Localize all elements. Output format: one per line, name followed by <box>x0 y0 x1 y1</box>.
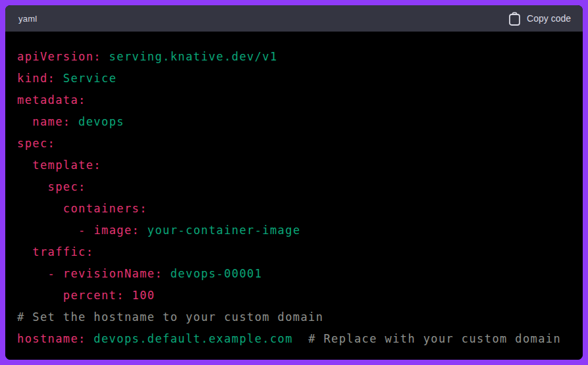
code-block-frame: yaml Copy code apiVersion: serving.knati… <box>0 0 588 365</box>
copy-code-button[interactable]: Copy code <box>508 12 571 26</box>
code-line: apiVersion: serving.knative.dev/v1 <box>17 46 571 68</box>
code-block-header: yaml Copy code <box>5 5 583 32</box>
code-area: apiVersion: serving.knative.dev/v1kind: … <box>5 32 583 360</box>
code-line: traffic: <box>17 241 571 263</box>
code-line: hostname: devops.default.example.com # R… <box>17 328 571 350</box>
code-line: metadata: <box>17 89 571 111</box>
code-line: name: devops <box>17 111 571 133</box>
code-line: percent: 100 <box>17 285 571 306</box>
code-block: yaml Copy code apiVersion: serving.knati… <box>5 5 583 360</box>
code-line: template: <box>17 155 571 176</box>
copy-code-label: Copy code <box>527 13 571 24</box>
code-line: spec: <box>17 133 571 155</box>
code-line: containers: <box>17 198 571 220</box>
code-line: kind: Service <box>17 68 571 89</box>
code-line: # Set the hostname to your custom domain <box>17 306 571 328</box>
clipboard-icon <box>508 12 521 26</box>
code-line: - revisionName: devops-00001 <box>17 263 571 285</box>
code-line: spec: <box>17 176 571 198</box>
language-label: yaml <box>18 14 37 24</box>
code-line: - image: your-container-image <box>17 220 571 241</box>
yaml-code: apiVersion: serving.knative.dev/v1kind: … <box>17 46 571 350</box>
